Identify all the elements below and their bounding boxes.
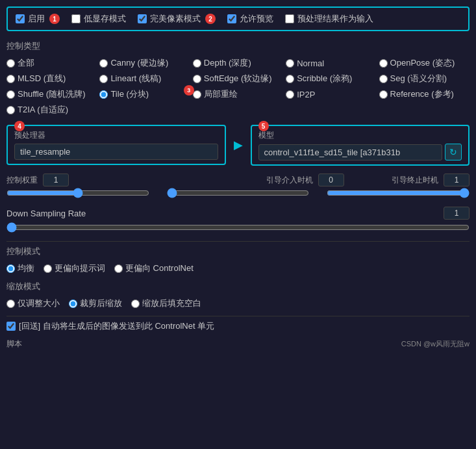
radio-item-scribble[interactable]: Scribble (涂鸦) <box>286 73 376 84</box>
radio-item-depth[interactable]: Depth (深度) <box>193 57 283 69</box>
radio-item-reference[interactable]: Reference (参考) <box>379 88 470 100</box>
tile-badge: 3 <box>184 85 194 96</box>
radio-item-all[interactable]: 全部 <box>6 57 97 69</box>
radio-item-softedge[interactable]: SoftEdge (软边缘) <box>193 73 283 84</box>
radio-item-shuffle[interactable]: Shuffle (随机洗牌) <box>6 88 97 100</box>
radio-item-fill[interactable]: 缩放后填充空白 <box>131 298 201 309</box>
perfect-pixel-checkbox-item[interactable]: 完美像素模式 2 <box>138 13 216 25</box>
radio-scribble[interactable] <box>286 75 294 83</box>
perfect-pixel-badge: 2 <box>205 14 216 24</box>
preprocess-input-checkbox[interactable] <box>285 14 294 23</box>
preprocess-input-label: 预处理结果作为输入 <box>297 13 373 25</box>
radio-ip2p[interactable] <box>286 90 294 99</box>
guidance-start-slider-wrap <box>167 188 310 200</box>
radio-mlsd[interactable] <box>6 75 15 83</box>
radio-item-balanced[interactable]: 均衡 <box>6 263 34 274</box>
dsrate-slider[interactable] <box>6 222 470 233</box>
allow-preview-checkbox[interactable] <box>227 14 236 23</box>
weight-slider-wrap <box>6 188 149 200</box>
sliders-row <box>6 188 470 200</box>
controls-row: 控制权重 引导介入时机 引导终止时机 <box>6 173 470 186</box>
arrow-connector: ▶ <box>234 125 243 152</box>
radio-controlnet[interactable] <box>114 264 123 273</box>
weight-input[interactable] <box>43 173 69 186</box>
dsrate-label: Down Sampling Rate <box>6 209 438 218</box>
auto-send-checkbox-item[interactable]: [回送] 自动将生成后的图像发送到此 ControlNet 单元 <box>6 320 214 332</box>
proc-model-row: 4 预处理器 tile_resample tile_colorfix tile_… <box>6 125 470 166</box>
refresh-model-button[interactable]: ↻ <box>445 144 462 160</box>
processor-label: 预处理器 <box>14 130 218 141</box>
radio-item-normal[interactable]: Normal <box>286 57 376 69</box>
radio-t2ia[interactable] <box>6 106 15 114</box>
script-label: 脚本 <box>6 339 22 350</box>
low-mem-checkbox[interactable] <box>71 14 81 23</box>
radio-openpose[interactable] <box>379 59 388 68</box>
radio-item-openpose[interactable]: OpenPose (姿态) <box>379 57 470 69</box>
resize-mode-radio-row: 仅调整大小 裁剪后缩放 缩放后填充空白 <box>6 298 470 309</box>
enable-checkbox[interactable] <box>16 14 25 23</box>
radio-all[interactable] <box>6 59 15 68</box>
enable-checkbox-item[interactable]: 启用 1 <box>16 13 60 25</box>
radio-item-prompt[interactable]: 更偏向提示词 <box>44 263 105 274</box>
control-type-section: 控制类型 全部 Canny (硬边缘) Depth (深度) Normal Op… <box>6 40 470 116</box>
radio-item-canny[interactable]: Canny (硬边缘) <box>99 57 190 69</box>
model-badge: 5 <box>258 121 269 131</box>
control-type-label: 控制类型 <box>6 40 470 52</box>
model-select[interactable]: control_v11f1e_sd15_tile [a371b31b None <box>258 144 443 160</box>
control-mode-radio-row: 均衡 更偏向提示词 更偏向 ControlNet <box>6 263 470 274</box>
radio-item-seg[interactable]: Seg (语义分割) <box>379 73 470 84</box>
radio-shuffle[interactable] <box>6 90 15 99</box>
guidance-end-input[interactable] <box>444 173 470 186</box>
radio-reference[interactable] <box>379 90 388 99</box>
radio-tile[interactable] <box>99 90 108 99</box>
guidance-end-slider[interactable] <box>327 188 470 198</box>
low-mem-checkbox-item[interactable]: 低显存模式 <box>71 13 126 25</box>
radio-prompt[interactable] <box>44 264 52 273</box>
radio-item-mlsd[interactable]: MLSD (直线) <box>6 73 97 84</box>
auto-send-checkbox[interactable] <box>6 322 16 331</box>
dsrate-input[interactable] <box>444 207 470 220</box>
radio-item-controlnet[interactable]: 更偏向 ControlNet <box>114 263 194 274</box>
preprocess-input-checkbox-item[interactable]: 预处理结果作为输入 <box>285 13 373 25</box>
perfect-pixel-label: 完美像素模式 <box>150 13 201 25</box>
radio-crop[interactable] <box>69 300 77 308</box>
footer: 脚本 CSDN @w风雨无阻w <box>6 339 470 350</box>
divider-2 <box>6 316 470 316</box>
perfect-pixel-checkbox[interactable] <box>138 14 147 23</box>
guidance-start-slider[interactable] <box>167 188 310 198</box>
radio-resize[interactable] <box>6 300 15 308</box>
down-sampling-section: Down Sampling Rate <box>6 207 470 235</box>
model-select-wrapper: control_v11f1e_sd15_tile [a371b31b None … <box>258 144 462 160</box>
resize-mode-section: 缩放模式 仅调整大小 裁剪后缩放 缩放后填充空白 <box>6 281 470 309</box>
radio-item-lineart[interactable]: Lineart (线稿) <box>99 73 190 84</box>
radio-canny[interactable] <box>99 59 108 68</box>
guidance-end-slider-wrap <box>327 188 470 200</box>
radio-depth[interactable] <box>193 59 201 68</box>
radio-item-tile[interactable]: Tile (分块) 3 <box>99 88 190 100</box>
resize-mode-label: 缩放模式 <box>6 281 470 292</box>
radio-fill[interactable] <box>131 300 140 308</box>
radio-lineart[interactable] <box>99 75 108 83</box>
allow-preview-checkbox-item[interactable]: 允许预览 <box>227 13 273 25</box>
radio-softedge[interactable] <box>193 75 201 83</box>
radio-item-t2ia[interactable]: T2IA (自适应) <box>6 104 97 116</box>
control-mode-section: 控制模式 均衡 更偏向提示词 更偏向 ControlNet <box>6 246 470 274</box>
weight-slider[interactable] <box>6 188 149 198</box>
model-label: 模型 <box>258 130 462 141</box>
radio-seg[interactable] <box>379 75 388 83</box>
radio-item-crop[interactable]: 裁剪后缩放 <box>69 298 122 309</box>
radio-normal[interactable] <box>286 59 294 68</box>
weight-label: 控制权重 <box>6 175 38 186</box>
processor-select[interactable]: tile_resample tile_colorfix tile_colorfi… <box>14 144 218 160</box>
allow-preview-label: 允许预览 <box>240 13 273 25</box>
radio-item-ip2p[interactable]: IP2P <box>286 88 376 100</box>
guidance-start-input[interactable] <box>318 173 344 186</box>
top-toolbar: 启用 1 低显存模式 完美像素模式 2 允许预览 预处理结果作为输入 <box>6 6 470 31</box>
enable-label: 启用 <box>28 13 45 25</box>
watermark: CSDN @w风雨无阻w <box>401 339 470 349</box>
radio-item-resize[interactable]: 仅调整大小 <box>6 298 60 309</box>
control-mode-label: 控制模式 <box>6 246 470 257</box>
dsrate-row: Down Sampling Rate <box>6 207 470 220</box>
radio-item-inpaint[interactable]: 局部重绘 <box>193 88 283 100</box>
radio-balanced[interactable] <box>6 264 15 273</box>
